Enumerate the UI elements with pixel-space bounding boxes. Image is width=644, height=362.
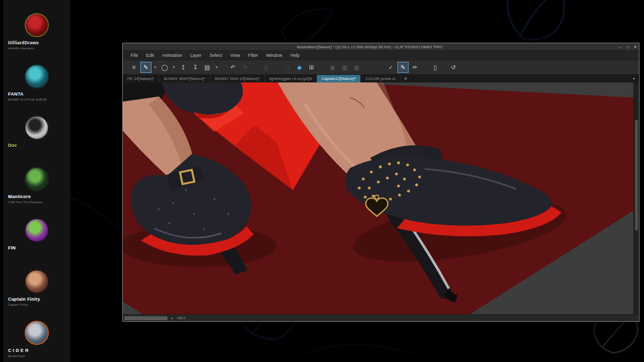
status-bar: ▸ -45.0 bbox=[123, 314, 639, 321]
streamer-subtitle: skillville champion bbox=[8, 47, 34, 50]
menu-window[interactable]: Window bbox=[262, 53, 286, 58]
vertical-scrollbar[interactable] bbox=[633, 82, 639, 314]
streamer-item[interactable]: Doc bbox=[3, 115, 70, 166]
canvas[interactable] bbox=[123, 82, 633, 314]
clip-studio-paint-window: Illustration2[Nature] * (11.00 x 17.00in… bbox=[122, 43, 639, 322]
streamer-item[interactable]: DilliardDrawsskillville champion bbox=[3, 12, 70, 63]
document-tab[interactable]: lightninggan r.b.w.py2[N bbox=[265, 75, 317, 82]
toolbar-gap bbox=[317, 67, 327, 68]
toolbar-gap bbox=[421, 67, 429, 68]
open-file-icon[interactable]: ▤ bbox=[202, 62, 213, 73]
streamer-subtitle: LIVE from The Alastyles bbox=[8, 201, 43, 204]
streamer-subtitle: MUMMY'S LITTLE SHRUB bbox=[8, 98, 47, 101]
streamer-name: Captain Finity bbox=[8, 297, 40, 302]
menu-filter[interactable]: Filter bbox=[244, 53, 262, 58]
close-button[interactable]: ✕ bbox=[631, 45, 639, 49]
eyedropper-dropdown-icon[interactable]: ▾ bbox=[171, 62, 177, 73]
window-title: Illustration2[Nature] * (11.00 x 17.00in… bbox=[123, 45, 616, 49]
streamer-subtitle: @ciderhype bbox=[8, 354, 25, 357]
document-tab[interactable]: Captain12[Nature]* bbox=[317, 75, 361, 82]
toolbar-gap bbox=[272, 67, 281, 68]
horizontal-scrollbar-thumb[interactable] bbox=[124, 316, 168, 320]
toolbar-gap bbox=[363, 67, 385, 68]
select-tool-icon: □ bbox=[282, 62, 293, 73]
vertical-scrollbar-thumb[interactable] bbox=[635, 120, 638, 231]
correct-line-icon[interactable]: ✓ bbox=[385, 62, 396, 73]
toolbar-gap bbox=[220, 67, 227, 68]
menu-select[interactable]: Select bbox=[206, 53, 226, 58]
streamer-avatar[interactable] bbox=[25, 64, 49, 88]
lasso-tool-icon[interactable]: ◆ bbox=[294, 62, 305, 73]
material-icon-1: ▣ bbox=[327, 62, 338, 73]
undo-icon[interactable]: ↶ bbox=[227, 62, 238, 73]
document-tab[interactable]: COLOR junkie.cl bbox=[361, 75, 400, 82]
save-icon[interactable]: ↧ bbox=[190, 62, 201, 73]
menu-layer[interactable]: Layer bbox=[186, 53, 206, 58]
streamer-avatar[interactable] bbox=[25, 167, 49, 191]
toolbar-gap bbox=[251, 67, 260, 68]
eyedropper-tool-icon[interactable]: ◯ bbox=[159, 62, 170, 73]
artwork-illustration bbox=[123, 82, 633, 314]
streamer-avatar[interactable] bbox=[25, 218, 49, 242]
minimize-button[interactable]: – bbox=[616, 45, 624, 49]
streamer-item[interactable]: FANTAMUMMY'S LITTLE SHRUB bbox=[3, 63, 70, 115]
tab-close-icon[interactable]: ✕ bbox=[400, 75, 411, 82]
document-tabs: PE 14[Nature]*BUNNY Shirt7[Nature]*BUNNY… bbox=[123, 75, 400, 82]
menu-file[interactable]: File bbox=[127, 53, 142, 58]
pen-tool-icon[interactable]: ✏ bbox=[410, 62, 421, 73]
brush-tool-icon[interactable]: ✎ bbox=[397, 62, 409, 73]
streamer-item[interactable]: Captain FinityCaptain Finity bbox=[3, 268, 70, 320]
streamer-item[interactable]: FIN bbox=[3, 217, 70, 268]
canvas-row bbox=[123, 82, 639, 314]
zoom-tool-icon[interactable]: ✎ bbox=[140, 62, 151, 73]
material-icon-2: ▦ bbox=[339, 62, 350, 73]
streamer-name: DilliardDraws bbox=[8, 40, 39, 45]
document-tab[interactable]: PE 14[Nature]* bbox=[123, 75, 159, 82]
streamer-name: FIN bbox=[8, 245, 16, 250]
document-tab[interactable]: BUNNY Shirt7[Nature]* bbox=[159, 75, 210, 82]
streamer-sidebar: DilliardDrawsskillville championFANTAMUM… bbox=[3, 0, 70, 362]
scroll-nav-icon[interactable]: ▸ bbox=[172, 316, 174, 320]
streamer-name: Doc bbox=[8, 143, 17, 148]
streamer-avatar[interactable] bbox=[25, 269, 49, 294]
menu-help[interactable]: Help bbox=[286, 53, 304, 58]
streamer-list: DilliardDrawsskillville championFANTAMUM… bbox=[3, 12, 70, 362]
streamer-item[interactable]: C I D E R@ciderhype bbox=[3, 320, 70, 362]
tab-overflow-icon[interactable]: ▾ bbox=[629, 75, 639, 82]
rotate-view-icon[interactable]: ↺ bbox=[448, 62, 459, 73]
companion-mode-icon[interactable]: ▯ bbox=[430, 62, 441, 73]
streamer-name: Manticore bbox=[8, 194, 31, 199]
processing-spinner-icon[interactable]: ◌ bbox=[261, 62, 272, 73]
menu-view[interactable]: View bbox=[226, 53, 244, 58]
toolbar: ≡✎▾◯▾↥↧▤▾↶↷◌□◆⊞▣▦▩✓✎✏▯↺ bbox=[123, 60, 639, 74]
menu-animation[interactable]: Animation bbox=[158, 53, 186, 58]
main-menu-icon[interactable]: ≡ bbox=[128, 62, 139, 73]
streamer-subtitle: Captain Finity bbox=[8, 303, 28, 306]
maximize-button[interactable]: □ bbox=[624, 45, 631, 49]
tool-variant-dropdown-icon[interactable]: ▾ bbox=[152, 62, 158, 73]
frame-tool-icon[interactable]: ⊞ bbox=[306, 62, 317, 73]
streamer-name: FANTA bbox=[8, 92, 24, 97]
export-icon[interactable]: ↥ bbox=[178, 62, 189, 73]
streamer-avatar[interactable] bbox=[25, 116, 49, 140]
streamer-name: C I D E R bbox=[8, 348, 29, 353]
redo-icon: ↷ bbox=[239, 62, 251, 73]
menu-bar: FileEditAnimationLayerSelectViewFilterWi… bbox=[123, 50, 639, 60]
streamer-avatar[interactable] bbox=[25, 321, 49, 345]
streamer-avatar[interactable] bbox=[25, 13, 49, 37]
toolbar-gap bbox=[441, 67, 447, 68]
material-icon-3: ▩ bbox=[351, 62, 362, 73]
document-tabbar: PE 14[Nature]*BUNNY Shirt7[Nature]*BUNNY… bbox=[123, 74, 639, 82]
streamer-item[interactable]: ManticoreLIVE from The Alastyles bbox=[3, 166, 70, 217]
menu-edit[interactable]: Edit bbox=[142, 53, 158, 58]
canvas-rotation-value: -45.0 bbox=[177, 316, 186, 320]
window-titlebar[interactable]: Illustration2[Nature] * (11.00 x 17.00in… bbox=[123, 43, 639, 50]
document-tab[interactable]: BUNNY Shirt 12[Nature]* bbox=[210, 75, 265, 82]
open-dropdown-icon[interactable]: ▾ bbox=[214, 62, 219, 73]
